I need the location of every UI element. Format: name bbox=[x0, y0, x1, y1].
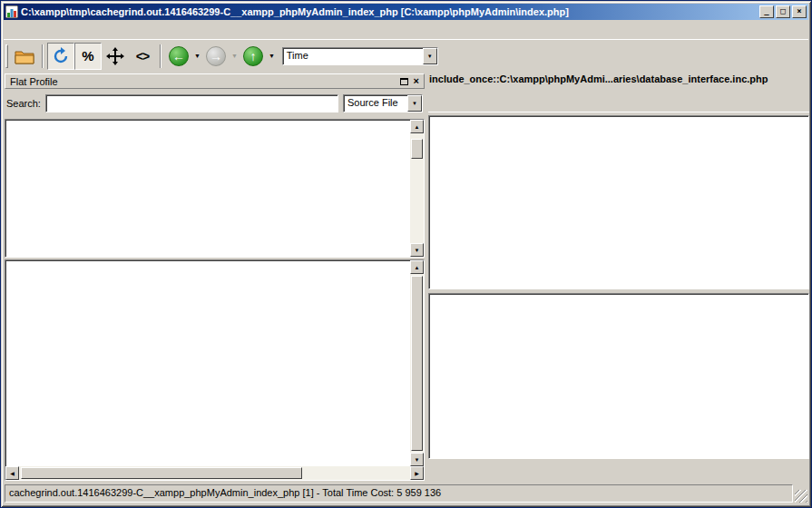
source-file-list: ▲ ▼ bbox=[5, 119, 425, 258]
search-input[interactable] bbox=[45, 94, 338, 112]
combo-dropdown-icon[interactable]: ▼ bbox=[423, 48, 437, 64]
open-file-button[interactable] bbox=[11, 43, 38, 70]
function-detail-panel: include_once::C:\xampp\phpMyAdmi...aries… bbox=[428, 73, 809, 483]
refresh-icon bbox=[52, 47, 70, 65]
left-right-icon: <> bbox=[136, 49, 149, 64]
combo-dropdown-icon[interactable]: ▼ bbox=[407, 95, 422, 112]
function-list-hscrollbar[interactable]: ◀ ▶ bbox=[5, 466, 424, 480]
function-rows-viewport[interactable] bbox=[5, 260, 410, 466]
selected-function-header: include_once::C:\xampp\phpMyAdmi...aries… bbox=[428, 73, 809, 88]
forward-dropdown[interactable]: ▼ bbox=[231, 53, 238, 59]
flat-profile-dock: Flat Profile × Search: Source File ▼ bbox=[5, 73, 425, 483]
up-button[interactable]: ↑ bbox=[240, 43, 267, 70]
menu-bar bbox=[4, 20, 808, 39]
move-arrows-icon bbox=[106, 47, 124, 65]
event-type-value: Time bbox=[283, 48, 423, 64]
percent-icon: % bbox=[82, 48, 93, 64]
dock-float-icon[interactable] bbox=[400, 78, 408, 85]
vscroll-thumb[interactable] bbox=[411, 139, 423, 159]
toolbar-separator bbox=[42, 44, 44, 68]
hscroll-thumb[interactable] bbox=[21, 467, 302, 479]
detail-tabbar-top bbox=[428, 92, 809, 112]
dock-title: Flat Profile bbox=[10, 76, 400, 87]
status-text: cachegrind.out.1416463299-C__xampp_phpMy… bbox=[5, 484, 793, 503]
event-type-table bbox=[428, 115, 809, 289]
scroll-down-icon[interactable]: ▼ bbox=[410, 243, 424, 257]
move-dock-button[interactable] bbox=[102, 43, 129, 70]
event-type-combobox[interactable]: Time ▼ bbox=[282, 47, 438, 65]
dock-title-bar[interactable]: Flat Profile × bbox=[5, 73, 425, 89]
scroll-up-icon[interactable]: ▲ bbox=[410, 260, 424, 274]
forward-icon: → bbox=[206, 46, 226, 66]
back-dropdown[interactable]: ▼ bbox=[194, 53, 201, 59]
maximize-button[interactable]: □ bbox=[776, 5, 790, 18]
back-icon: ← bbox=[169, 46, 189, 66]
toolbar: % <> ← ▼ → ▼ ↑ ▼ Time bbox=[4, 39, 808, 72]
resize-grip[interactable] bbox=[795, 490, 807, 503]
toolbar-separator bbox=[160, 44, 161, 68]
source-file-rows-viewport[interactable] bbox=[5, 120, 410, 257]
folder-icon bbox=[15, 48, 34, 64]
relative-percent-button[interactable]: % bbox=[74, 43, 102, 70]
source-list-vscrollbar[interactable]: ▲ ▼ bbox=[410, 120, 424, 257]
scroll-up-icon[interactable]: ▲ bbox=[410, 120, 424, 133]
up-dropdown[interactable]: ▼ bbox=[269, 53, 275, 59]
scroll-left-icon[interactable]: ◀ bbox=[5, 466, 19, 480]
window-title: C:\xampp\tmp\cachegrind.out.1416463299-C… bbox=[21, 6, 758, 17]
group-by-value: Source File bbox=[344, 95, 407, 112]
detail-tabbar-bottom bbox=[428, 461, 809, 483]
app-window: C:\xampp\tmp\cachegrind.out.1416463299-C… bbox=[0, 0, 812, 508]
dock-close-icon[interactable]: × bbox=[414, 76, 419, 86]
title-bar[interactable]: C:\xampp\tmp\cachegrind.out.1416463299-C… bbox=[4, 4, 808, 20]
close-button[interactable]: × bbox=[792, 5, 807, 18]
minimize-button[interactable]: _ bbox=[759, 5, 774, 18]
search-label: Search: bbox=[6, 98, 41, 109]
group-by-combobox[interactable]: Source File ▼ bbox=[343, 94, 423, 112]
callees-table bbox=[428, 293, 809, 459]
status-bar: cachegrind.out.1416463299-C__xampp_phpMy… bbox=[4, 483, 808, 504]
function-list-vscrollbar[interactable]: ▲ ▼ bbox=[410, 260, 424, 466]
cycle-detection-button[interactable] bbox=[47, 43, 74, 70]
toolbar-handle[interactable] bbox=[5, 44, 8, 68]
up-icon: ↑ bbox=[243, 46, 263, 66]
app-icon bbox=[5, 5, 18, 18]
vscroll-thumb[interactable] bbox=[411, 276, 423, 451]
function-list: ▲ ▼ ◀ ▶ bbox=[5, 259, 425, 481]
scroll-right-icon[interactable]: ▶ bbox=[410, 466, 424, 480]
back-button[interactable]: ← bbox=[165, 43, 192, 70]
forward-button[interactable]: → bbox=[202, 43, 230, 70]
scroll-down-icon[interactable]: ▼ bbox=[410, 453, 424, 466]
expand-button[interactable]: <> bbox=[129, 43, 156, 70]
